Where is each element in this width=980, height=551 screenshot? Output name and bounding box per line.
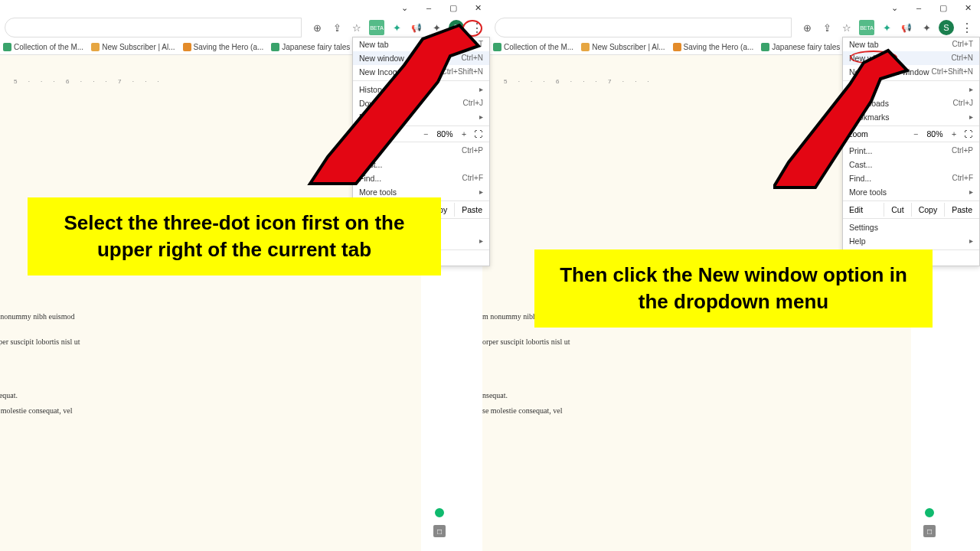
menu-settings[interactable]: Settings xyxy=(843,220,979,234)
fullscreen-icon[interactable]: ⛶ xyxy=(961,129,975,139)
menu-bookmarks[interactable]: Bookmarks▸ xyxy=(843,110,979,124)
menu-bookmarks[interactable]: Bookmarks▸ xyxy=(353,110,489,124)
three-dot-menu-icon[interactable]: ⋮ xyxy=(959,19,975,36)
profile-avatar[interactable]: S xyxy=(939,20,954,35)
zoom-out-button[interactable]: − xyxy=(419,129,433,139)
highlight-circle xyxy=(850,51,897,64)
side-icon[interactable]: □ xyxy=(433,525,446,537)
menu-new-window[interactable]: New windowCtrl+N xyxy=(353,51,489,65)
address-bar[interactable] xyxy=(5,18,302,37)
window-controls: ⌄ – ▢ ✕ xyxy=(392,0,490,15)
document-text: se molestie consequat, vel xyxy=(0,406,72,415)
zoom-in-button[interactable]: + xyxy=(457,129,471,139)
beta-badge: BETA xyxy=(369,20,384,35)
horn-icon[interactable]: 📢 xyxy=(899,20,914,35)
menu-print[interactable]: Print...Ctrl+P xyxy=(353,144,489,158)
minimize-button[interactable]: – xyxy=(416,0,441,15)
zoom-in-button[interactable]: + xyxy=(947,129,961,139)
bookmark-item[interactable]: Saving the Hero (a... xyxy=(673,43,754,51)
menu-new-tab[interactable]: New tabCtrl+T xyxy=(353,37,489,51)
minimize-button[interactable]: – xyxy=(906,0,931,15)
share-icon[interactable]: ⇪ xyxy=(329,20,345,35)
document-text: orper suscipit lobortis nisl ut xyxy=(0,337,80,346)
menu-downloads[interactable]: DownloadsCtrl+J xyxy=(843,96,979,110)
menu-new-tab[interactable]: New tabCtrl+T xyxy=(843,37,979,51)
menu-zoom-row: Zoom−80%+⛶ xyxy=(843,128,979,140)
beta-badge: BETA xyxy=(859,20,874,35)
paste-button[interactable]: Paste xyxy=(454,203,489,217)
zoom-icon[interactable]: ⊕ xyxy=(309,20,325,35)
extension-icon[interactable]: ✦ xyxy=(389,20,404,35)
zoom-value: 80% xyxy=(923,129,947,139)
share-icon[interactable]: ⇪ xyxy=(819,20,835,35)
instruction-callout: Then click the New window option in the … xyxy=(534,249,933,328)
chrome-dropdown-menu: New tabCtrl+T New windowCtrl+N New Incog… xyxy=(842,37,980,266)
paste-button[interactable]: Paste xyxy=(944,203,979,217)
menu-incognito[interactable]: New Incognito windowCtrl+Shift+N xyxy=(843,65,979,79)
extension-icon[interactable]: ✦ xyxy=(879,20,894,35)
star-icon[interactable]: ☆ xyxy=(839,20,854,35)
menu-help[interactable]: Help▸ xyxy=(843,234,979,248)
document-text: m nonummy nibh euismod xyxy=(0,312,75,321)
bookmark-item[interactable]: New Subscriber | Al... xyxy=(581,43,665,51)
dropdown-icon[interactable]: ⌄ xyxy=(882,0,906,15)
maximize-button[interactable]: ▢ xyxy=(441,0,466,15)
close-button[interactable]: ✕ xyxy=(466,0,490,15)
bookmark-item[interactable]: Japanese fairy tales xyxy=(271,43,350,51)
menu-cast[interactable]: Cast... xyxy=(843,158,979,171)
document-text: nsequat. xyxy=(482,391,508,399)
dropdown-icon[interactable]: ⌄ xyxy=(392,0,416,15)
bookmark-item[interactable]: Japanese fairy tales xyxy=(761,43,840,51)
bookmark-item[interactable]: New Subscriber | Al... xyxy=(91,43,175,51)
copy-button[interactable]: Copy xyxy=(911,203,945,217)
instruction-callout: Select the three-dot icon first on the u… xyxy=(28,197,441,276)
menu-history[interactable]: History▸ xyxy=(843,83,979,96)
bookmark-item[interactable]: Collection of the M... xyxy=(493,43,573,51)
cut-button[interactable]: Cut xyxy=(884,203,910,217)
maximize-button[interactable]: ▢ xyxy=(931,0,956,15)
address-bar[interactable] xyxy=(495,18,792,37)
close-button[interactable]: ✕ xyxy=(956,0,980,15)
horn-icon[interactable]: 📢 xyxy=(409,20,424,35)
grammarly-icon[interactable] xyxy=(923,507,936,519)
extensions-icon[interactable]: ✦ xyxy=(429,20,444,35)
bookmark-item[interactable]: Collection of the M... xyxy=(3,43,83,51)
menu-find[interactable]: Find...Ctrl+F xyxy=(843,171,979,185)
zoom-icon[interactable]: ⊕ xyxy=(799,20,815,35)
window-controls: ⌄ – ▢ ✕ xyxy=(882,0,980,15)
menu-zoom-row: Zoom−80%+⛶ xyxy=(353,128,489,140)
menu-downloads[interactable]: DownloadsCtrl+J xyxy=(353,96,489,110)
menu-more-tools[interactable]: More tools▸ xyxy=(843,185,979,199)
zoom-out-button[interactable]: − xyxy=(909,129,923,139)
menu-print[interactable]: Print...Ctrl+P xyxy=(843,144,979,158)
star-icon[interactable]: ☆ xyxy=(349,20,364,35)
profile-avatar[interactable]: S xyxy=(449,20,464,35)
grammarly-icon[interactable] xyxy=(433,507,446,519)
bookmark-item[interactable]: Saving the Hero (a... xyxy=(183,43,264,51)
menu-find[interactable]: Find...Ctrl+F xyxy=(353,171,489,185)
menu-history[interactable]: History▸ xyxy=(353,83,489,96)
extensions-icon[interactable]: ✦ xyxy=(919,20,934,35)
document-text: orper suscipit lobortis nisl ut xyxy=(482,337,570,346)
highlight-circle xyxy=(462,20,482,37)
fullscreen-icon[interactable]: ⛶ xyxy=(471,129,485,139)
zoom-value: 80% xyxy=(433,129,457,139)
document-text: se molestie consequat, vel xyxy=(482,406,562,415)
side-icon[interactable]: □ xyxy=(923,525,936,537)
document-text: nsequat. xyxy=(0,391,18,399)
menu-edit-row: EditCutCopyPaste xyxy=(843,203,979,217)
menu-incognito[interactable]: New Incognito windowCtrl+Shift+N xyxy=(353,65,489,79)
menu-cast[interactable]: Cast... xyxy=(353,158,489,171)
